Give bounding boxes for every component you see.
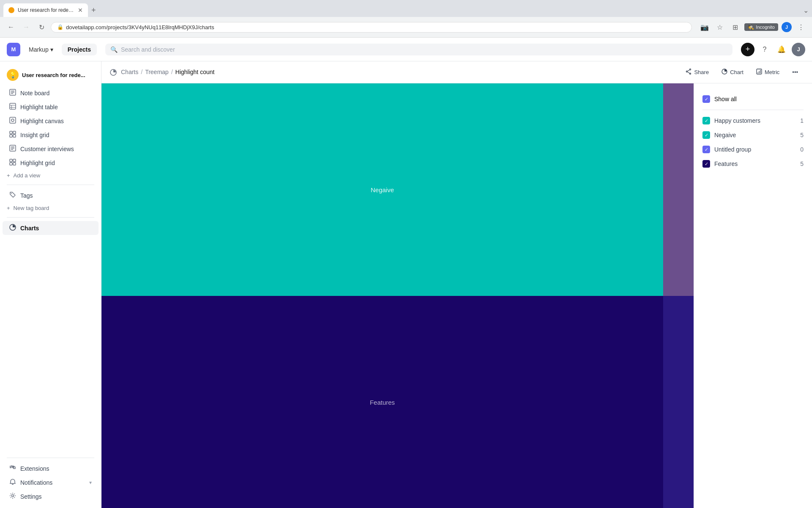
add-view-button[interactable]: + Add a view [0, 170, 101, 181]
markup-button[interactable]: Markup ▾ [25, 44, 57, 55]
sidebar-item-settings[interactable]: Settings [3, 489, 99, 503]
more-options-icon: ••• [792, 69, 798, 75]
negaive-label: Negaive [714, 132, 796, 138]
features-checkbox[interactable]: ✓ [702, 160, 710, 168]
show-all-checkbox[interactable]: ✓ [702, 95, 710, 103]
share-button[interactable]: Share [680, 66, 714, 79]
projects-button[interactable]: Projects [62, 44, 97, 55]
insight-grid-icon [9, 131, 16, 139]
tab-title: User research for redesigned [18, 7, 74, 13]
notifications-button[interactable]: 🔔 [775, 43, 788, 56]
svg-point-9 [11, 119, 14, 121]
breadcrumb-treemap[interactable]: Treemap [145, 69, 169, 75]
more-options-button[interactable]: ••• [787, 66, 804, 78]
search-bar[interactable]: 🔍 Search and discover [105, 44, 732, 55]
svg-point-26 [690, 69, 691, 70]
untitled-group-checkbox[interactable]: ✓ [702, 146, 710, 153]
content-actions: Share Chart Metric [680, 66, 804, 79]
treemap-features-block[interactable]: Features [102, 296, 663, 508]
svg-point-27 [690, 73, 691, 75]
breadcrumb-charts[interactable]: Charts [110, 69, 138, 76]
notifications-label: Notifications [20, 479, 52, 486]
sidebar-item-customer-interviews[interactable]: Customer interviews [3, 142, 99, 156]
features-label: Features [714, 160, 796, 167]
show-all-row[interactable]: ✓ Show all [702, 92, 804, 110]
incognito-badge: 🕵 Incognito [744, 23, 778, 31]
metric-icon [756, 69, 762, 76]
legend-item-untitled-group[interactable]: ✓ Untitled group 0 [702, 142, 804, 157]
address-bar: ← → ↻ 🔒 dovetailapp.com/projects/3KV4yNU… [0, 17, 812, 37]
sidebar-item-highlight-table[interactable]: Highlight table [3, 100, 99, 114]
treemap-side-bottom[interactable] [663, 296, 694, 508]
address-input[interactable]: 🔒 dovetailapp.com/projects/3KV4yNUq11E8l… [51, 22, 692, 33]
show-all-check-icon: ✓ [705, 97, 708, 102]
legend-item-features[interactable]: ✓ Features 5 [702, 157, 804, 171]
tab-close-button[interactable]: ✕ [78, 7, 83, 14]
extension-icon[interactable]: ⊞ [729, 21, 741, 33]
svg-rect-12 [10, 135, 12, 137]
markup-label: Markup [29, 46, 49, 53]
features-count: 5 [800, 160, 804, 167]
bookmark-icon[interactable]: ☆ [714, 21, 726, 33]
svg-rect-8 [10, 117, 16, 123]
active-tab[interactable]: User research for redesigned ✕ [3, 3, 88, 17]
lock-icon: 🔒 [57, 24, 63, 30]
metric-button[interactable]: Metric [751, 66, 785, 79]
add-view-label: Add a view [14, 172, 41, 179]
legend-item-happy-customers[interactable]: ✓ Happy customers 1 [702, 113, 804, 128]
user-avatar[interactable]: J [792, 43, 805, 56]
customer-interviews-icon [9, 145, 16, 153]
add-button[interactable]: + [741, 43, 754, 56]
sidebar-item-charts[interactable]: Charts [3, 221, 99, 235]
notifications-row[interactable]: Notifications ▾ [3, 475, 99, 489]
back-button[interactable]: ← [5, 21, 17, 33]
untitled-group-count: 0 [800, 146, 804, 153]
new-tab-button[interactable]: + [90, 6, 98, 15]
highlight-grid-label: Highlight grid [20, 160, 92, 166]
treemap-side-top[interactable] [663, 83, 694, 296]
reload-button[interactable]: ↻ [36, 21, 47, 33]
happy-customers-count: 1 [800, 117, 804, 124]
legend-item-negaive[interactable]: ✓ Negaive 5 [702, 128, 804, 142]
treemap-features-label: Features [370, 399, 395, 406]
sidebar-item-note-board[interactable]: Note board [3, 86, 99, 100]
svg-rect-19 [13, 159, 16, 162]
sidebar-item-highlight-canvas[interactable]: Highlight canvas [3, 114, 99, 128]
charts-icon [9, 224, 16, 232]
sidebar-item-extensions[interactable]: Extensions [3, 461, 99, 475]
chart-button[interactable]: Chart [716, 66, 749, 79]
app: M Markup ▾ Projects 🔍 Search and discove… [0, 38, 812, 508]
help-button[interactable]: ? [758, 43, 771, 56]
menu-button[interactable]: ⋮ [795, 21, 807, 33]
new-tag-board-button[interactable]: + New tag board [0, 202, 101, 214]
sidebar: 💡 User research for rede... Note board H… [0, 61, 102, 508]
project-icon: 💡 [7, 69, 19, 81]
project-name: User research for rede... [22, 72, 85, 78]
highlight-canvas-icon [9, 117, 16, 125]
highlight-canvas-label: Highlight canvas [20, 118, 92, 124]
sidebar-item-insight-grid[interactable]: Insight grid [3, 128, 99, 142]
workspace-badge[interactable]: M [7, 43, 20, 56]
charts-breadcrumb-icon [110, 69, 118, 76]
extensions-label: Extensions [20, 465, 92, 472]
profile-circle[interactable]: J [782, 22, 792, 32]
svg-rect-20 [10, 163, 12, 165]
negaive-checkbox[interactable]: ✓ [702, 131, 710, 139]
share-icon [686, 69, 691, 76]
markup-chevron-icon: ▾ [50, 46, 53, 53]
happy-customers-checkbox[interactable]: ✓ [702, 117, 710, 124]
camera-off-icon[interactable]: 📷 [699, 21, 710, 33]
breadcrumb: Charts / Treemap / Highlight count [110, 69, 214, 76]
sidebar-item-highlight-grid[interactable]: Highlight grid [3, 156, 99, 170]
sidebar-divider-3 [7, 458, 94, 458]
treemap-negaive-block[interactable]: Negaive [102, 83, 663, 296]
note-board-label: Note board [20, 90, 92, 97]
search-placeholder: Search and discover [121, 46, 175, 53]
main-layout: 💡 User research for rede... Note board H… [0, 61, 812, 508]
sidebar-item-tags[interactable]: Tags [3, 188, 99, 202]
forward-button[interactable]: → [20, 21, 32, 33]
new-tag-board-icon: + [7, 205, 10, 211]
show-all-label: Show all [714, 96, 737, 102]
tab-overflow-button[interactable]: ⌄ [803, 6, 809, 14]
incognito-label: Incognito [756, 25, 775, 30]
